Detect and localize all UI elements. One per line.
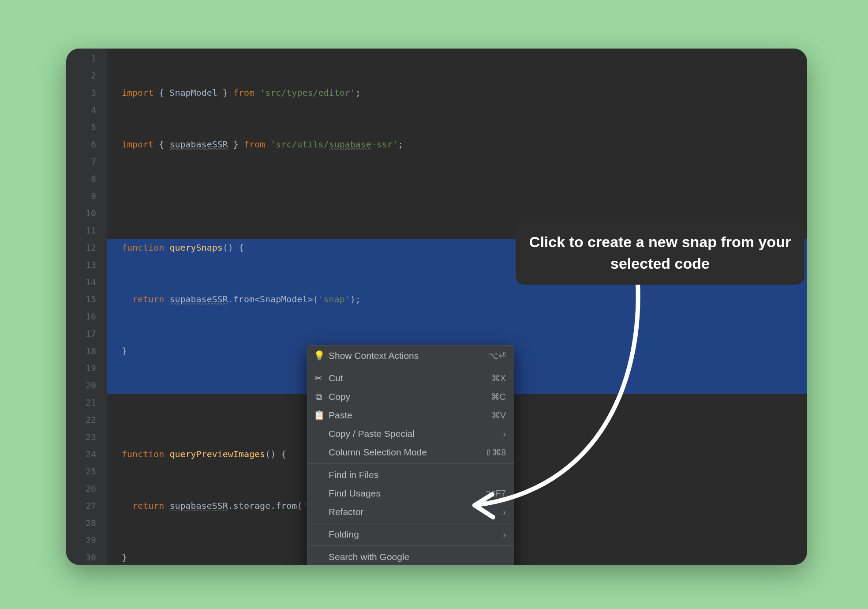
menu-item-label: Find Usages	[329, 488, 480, 499]
menu-shortcut: ⌥F7	[486, 488, 506, 499]
line-number: 3	[66, 84, 96, 102]
menu-separator	[307, 367, 514, 367]
line-number: 15	[66, 291, 96, 308]
menu-item-label: Cut	[329, 373, 486, 383]
line-number: 8	[66, 170, 96, 188]
line-number: 24	[66, 446, 96, 463]
paste-icon: 📋	[314, 410, 323, 421]
menu-separator	[307, 523, 514, 523]
line-number: 4	[66, 102, 96, 119]
callout-text: Click to create a new snap from your sel…	[529, 233, 791, 272]
menu-item-label: Find in Files	[329, 470, 506, 480]
line-number: 16	[66, 308, 96, 325]
menu-item-label: Refactor	[329, 507, 498, 517]
line-number: 18	[66, 342, 96, 360]
line-number: 26	[66, 480, 96, 497]
menu-item-refactor[interactable]: Refactor›	[307, 503, 514, 521]
line-number: 23	[66, 429, 96, 446]
menu-item-folding[interactable]: Folding›	[307, 525, 514, 544]
menu-shortcut: ⌘C	[491, 391, 506, 402]
line-number: 20	[66, 377, 96, 394]
context-menu: 💡Show Context Actions⌥⏎✂Cut⌘X⧉Copy⌘C📋Pas…	[307, 345, 514, 565]
menu-item-show-context-actions[interactable]: 💡Show Context Actions⌥⏎	[307, 346, 514, 365]
scissors-icon: ✂	[314, 373, 323, 383]
line-number: 29	[66, 532, 96, 549]
menu-item-paste[interactable]: 📋Paste⌘V	[307, 406, 514, 425]
menu-item-label: Copy	[329, 391, 486, 402]
menu-item-label: Folding	[329, 529, 498, 540]
menu-separator	[307, 463, 514, 464]
line-number: 5	[66, 119, 96, 136]
menu-shortcut: ⌥⏎	[488, 350, 506, 361]
line-number: 6	[66, 136, 96, 153]
menu-item-copy-paste-special[interactable]: Copy / Paste Special›	[307, 425, 514, 443]
chevron-right-icon: ›	[503, 429, 506, 439]
callout-tooltip: Click to create a new snap from your sel…	[516, 222, 804, 285]
menu-shortcut: ⌘V	[491, 410, 506, 421]
line-number: 11	[66, 222, 96, 239]
chevron-right-icon: ›	[503, 507, 506, 517]
line-number: 17	[66, 325, 96, 342]
line-number: 19	[66, 360, 96, 377]
menu-shortcut: ⇧⌘8	[485, 447, 506, 458]
menu-item-label: Paste	[329, 410, 486, 421]
line-number: 10	[66, 205, 96, 222]
line-number: 28	[66, 515, 96, 532]
menu-item-label: Column Selection Mode	[329, 447, 479, 458]
line-number: 7	[66, 153, 96, 170]
menu-item-label: Show Context Actions	[329, 350, 483, 361]
menu-separator	[307, 545, 514, 546]
line-number: 14	[66, 274, 96, 291]
line-number: 22	[66, 411, 96, 429]
menu-shortcut: ⌘X	[491, 373, 506, 383]
line-number: 13	[66, 256, 96, 274]
line-number: 21	[66, 394, 96, 411]
menu-item-find-in-files[interactable]: Find in Files	[307, 466, 514, 484]
menu-item-copy[interactable]: ⧉Copy⌘C	[307, 387, 514, 406]
editor-window: 1234567891011121314151617181920212223242…	[66, 49, 807, 565]
line-number: 12	[66, 239, 96, 256]
menu-item-label: Copy / Paste Special	[329, 429, 498, 439]
bulb-icon: 💡	[314, 350, 323, 361]
menu-item-cut[interactable]: ✂Cut⌘X	[307, 369, 514, 387]
menu-item-label: Search with Google	[329, 552, 506, 562]
chevron-right-icon: ›	[503, 530, 506, 540]
menu-item-find-usages[interactable]: Find Usages⌥F7	[307, 484, 514, 503]
line-number: 9	[66, 188, 96, 205]
line-number: 27	[66, 497, 96, 515]
line-gutter: 1234567891011121314151617181920212223242…	[66, 49, 107, 565]
line-number: 30	[66, 549, 96, 565]
line-number: 2	[66, 67, 96, 84]
line-number: 1	[66, 50, 96, 67]
line-number: 25	[66, 463, 96, 480]
copy-icon: ⧉	[314, 391, 323, 402]
menu-item-search-with-google[interactable]: Search with Google	[307, 548, 514, 565]
menu-item-column-selection-mode[interactable]: Column Selection Mode⇧⌘8	[307, 443, 514, 462]
